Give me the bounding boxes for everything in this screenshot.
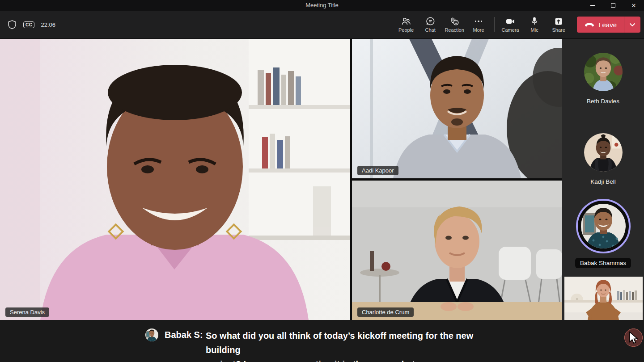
- aadi-kapoor-video: [352, 39, 562, 178]
- kadji-bell-avatar: [584, 133, 623, 172]
- avatar: [581, 204, 626, 248]
- minimize-icon: [590, 5, 595, 6]
- participant-name-tag: Charlotte de Crum: [357, 307, 414, 317]
- more-icon: [630, 333, 637, 346]
- beth-davies-avatar: [584, 53, 623, 91]
- share-label: Share: [552, 27, 565, 33]
- caption-row: Babak S: So what did you all think of to…: [145, 328, 492, 362]
- security-shield-icon: [7, 20, 17, 29]
- leave-label: Leave: [598, 21, 617, 29]
- serena-davis-video: [0, 39, 350, 320]
- close-icon: ✕: [631, 2, 636, 9]
- meeting-toolbar: CC 22:06 People Chat: [0, 11, 644, 38]
- self-view-video[interactable]: [564, 277, 643, 320]
- teams-meeting-window: Meeting Title ✕ CC 22:06 People: [0, 0, 644, 362]
- chat-label: Chat: [425, 27, 436, 33]
- participant-name: Kadji Bell: [590, 178, 615, 185]
- close-button[interactable]: ✕: [623, 0, 644, 11]
- closed-captions-icon[interactable]: CC: [23, 21, 34, 28]
- mic-label: Mic: [531, 27, 538, 33]
- caption-line-1: So what did you all think of today’s kic…: [206, 331, 473, 355]
- caption-line-2: project? I was gonna mention it in the g…: [206, 359, 417, 362]
- leave-button[interactable]: Leave: [577, 17, 624, 33]
- mic-icon: [530, 17, 539, 26]
- caption-speaker-avatar: [145, 328, 158, 341]
- caption-text: So what did you all think of today’s kic…: [206, 328, 492, 362]
- toolbar-left-cluster: CC 22:06: [7, 11, 55, 38]
- video-tile-serena-davis[interactable]: Serena Davis: [0, 39, 350, 320]
- avatar: [584, 133, 623, 172]
- maximize-button[interactable]: [603, 0, 623, 11]
- self-view-feed: [564, 277, 643, 320]
- charlotte-de-crum-video: [352, 181, 562, 320]
- video-tile-charlotte-de-crum[interactable]: Charlotte de Crum: [352, 181, 562, 320]
- maximize-icon: [611, 3, 615, 8]
- titlebar: Meeting Title ✕: [0, 0, 644, 11]
- participant-kadji-bell[interactable]: Kadji Bell: [562, 133, 644, 185]
- chat-icon: [426, 17, 435, 26]
- mic-button[interactable]: Mic: [522, 11, 547, 38]
- toolbar-right-cluster: People Chat Reaction: [394, 11, 640, 38]
- meeting-timer: 22:06: [41, 21, 55, 28]
- share-button[interactable]: Share: [547, 11, 571, 38]
- toolbar-divider: [494, 17, 495, 32]
- hang-up-icon: [584, 22, 595, 27]
- participant-beth-davies[interactable]: Beth Davies: [562, 53, 644, 105]
- live-captions-bar: Babak S: So what did you all think of to…: [0, 320, 644, 362]
- camera-button[interactable]: Camera: [498, 11, 522, 38]
- camera-icon: [505, 17, 515, 26]
- participant-name: Babak Shammas: [575, 258, 631, 268]
- video-tile-aadi-kapoor[interactable]: Aadi Kapoor: [352, 39, 562, 178]
- babak-shammas-avatar: [581, 204, 626, 248]
- chevron-down-icon: [629, 23, 636, 27]
- reaction-button[interactable]: Reaction: [442, 11, 466, 38]
- participant-name: Beth Davies: [587, 98, 619, 105]
- reaction-icon: [449, 17, 460, 26]
- caption-speaker-name: Babak S:: [165, 328, 206, 362]
- more-label: More: [473, 27, 484, 33]
- participant-babak-shammas[interactable]: Babak Shammas: [562, 199, 644, 268]
- minimize-button[interactable]: [582, 0, 603, 11]
- people-button[interactable]: People: [394, 11, 418, 38]
- reaction-label: Reaction: [445, 27, 464, 33]
- participant-name-tag: Serena Davis: [5, 307, 49, 317]
- participants-sidebar: Beth Davies Kadji Bell Babak Shammas: [562, 39, 644, 320]
- speaking-indicator-ring: [576, 199, 631, 253]
- more-button[interactable]: More: [466, 11, 491, 38]
- share-icon: [554, 17, 563, 26]
- leave-split-button: Leave: [577, 17, 640, 33]
- people-label: People: [398, 27, 414, 33]
- avatar: [584, 53, 623, 91]
- people-icon: [401, 17, 411, 26]
- video-stage: Serena Davis Aadi Kapoor Charlotte de Cr…: [0, 38, 644, 320]
- camera-label: Camera: [502, 27, 519, 33]
- chat-button[interactable]: Chat: [418, 11, 442, 38]
- more-icon: [475, 17, 483, 26]
- babak-shammas-avatar: [145, 328, 158, 341]
- participant-name-tag: Aadi Kapoor: [357, 166, 398, 175]
- window-controls: ✕: [582, 0, 644, 11]
- window-title: Meeting Title: [0, 0, 644, 11]
- floating-more-button[interactable]: [624, 328, 643, 347]
- leave-options-button[interactable]: [624, 17, 640, 33]
